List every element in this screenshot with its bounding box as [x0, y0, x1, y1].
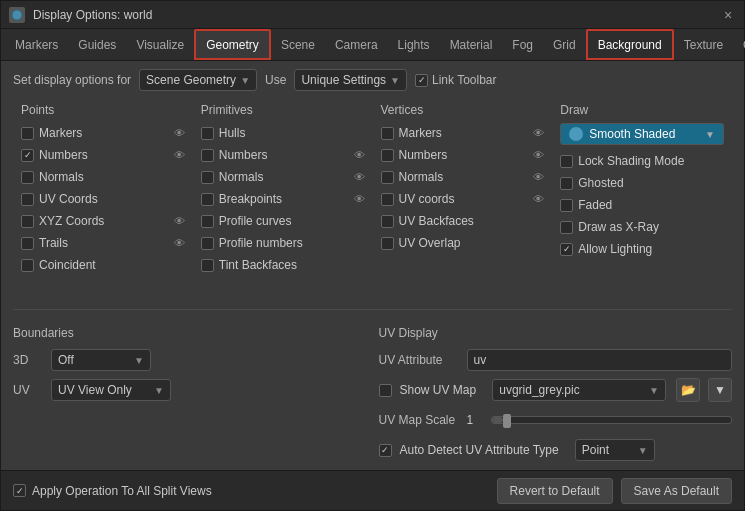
tab-material[interactable]: Material [440, 29, 503, 60]
points-trails-checkbox[interactable] [21, 237, 34, 250]
prim-breakpoints-checkbox[interactable] [201, 193, 214, 206]
uvmap-pick-button[interactable]: 📂 [676, 378, 700, 402]
auto-detect-checkbox[interactable] [379, 444, 392, 457]
app-icon [9, 7, 25, 23]
vertices-header: Vertices [381, 103, 545, 117]
vert-uvoverlap-checkbox[interactable] [381, 237, 394, 250]
show-uvmap-row: Show UV Map uvgrid_grey.pic ▼ 📂 ▼ [379, 378, 733, 402]
boundaries-uv-dropdown[interactable]: UV View Only ▼ [51, 379, 171, 401]
prim-normals-eye[interactable]: 👁 [354, 171, 365, 183]
auto-detect-row: Auto Detect UV Attribute Type Point ▼ [379, 438, 733, 462]
draw-xray-checkbox[interactable] [560, 221, 573, 234]
uvmap-filename: uvgrid_grey.pic [499, 383, 579, 397]
boundaries-3d-dropdown[interactable]: Off ▼ [51, 349, 151, 371]
tab-lights[interactable]: Lights [388, 29, 440, 60]
tab-scene[interactable]: Scene [271, 29, 325, 60]
save-default-button[interactable]: Save As Default [621, 478, 732, 504]
uvmap-options-button[interactable]: ▼ [708, 378, 732, 402]
content-area: Set display options for Scene Geometry ▼… [1, 61, 744, 470]
points-trails-eye[interactable]: 👁 [174, 237, 185, 249]
tab-optimize[interactable]: Optimize [733, 29, 745, 60]
draw-xray-label: Draw as X-Ray [578, 220, 659, 234]
vert-normals-eye[interactable]: 👁 [533, 171, 544, 183]
points-coincident-checkbox[interactable] [21, 259, 34, 272]
points-numbers-checkbox[interactable] [21, 149, 34, 162]
uvmap-scale-fill [492, 417, 504, 423]
tab-texture[interactable]: Texture [674, 29, 733, 60]
vert-uvcoords-checkbox[interactable] [381, 193, 394, 206]
points-header: Points [21, 103, 185, 117]
points-numbers-eye[interactable]: 👁 [174, 149, 185, 161]
tab-guides[interactable]: Guides [68, 29, 126, 60]
primitives-column: Primitives Hulls Numbers 👁 Normals 👁 [193, 99, 373, 297]
points-normals-checkbox[interactable] [21, 171, 34, 184]
uv-display-section: UV Display UV Attribute uv Show UV Map u… [379, 326, 733, 462]
options-grid: Points Markers 👁 Numbers 👁 Normals [13, 99, 732, 297]
draw-ghosted-checkbox[interactable] [560, 177, 573, 190]
draw-lockshading-checkbox[interactable] [560, 155, 573, 168]
prim-profilecurves-checkbox[interactable] [201, 215, 214, 228]
boundaries-header: Boundaries [13, 326, 367, 340]
points-uvcoords-checkbox[interactable] [21, 193, 34, 206]
vert-uvbackfaces-checkbox[interactable] [381, 215, 394, 228]
apply-operation-checkbox[interactable] [13, 484, 26, 497]
vert-numbers-checkbox[interactable] [381, 149, 394, 162]
prim-breakpoints-eye[interactable]: 👁 [354, 193, 365, 205]
scene-geometry-dropdown[interactable]: Scene Geometry ▼ [139, 69, 257, 91]
prim-normals-checkbox[interactable] [201, 171, 214, 184]
boundaries-3d-row: 3D Off ▼ [13, 348, 367, 372]
uvmap-filename-dropdown[interactable]: uvgrid_grey.pic ▼ [492, 379, 666, 401]
tab-geometry[interactable]: Geometry [194, 29, 271, 60]
draw-faded-checkbox[interactable] [560, 199, 573, 212]
draw-allowlighting-checkbox[interactable] [560, 243, 573, 256]
draw-ghosted-label: Ghosted [578, 176, 623, 190]
link-toolbar-checkbox[interactable] [415, 74, 428, 87]
vert-uvoverlap-label: UV Overlap [399, 236, 461, 250]
prim-tintbackfaces-checkbox[interactable] [201, 259, 214, 272]
vert-markers-eye[interactable]: 👁 [533, 127, 544, 139]
vert-normals-label: Normals [399, 170, 444, 184]
tab-background[interactable]: Background [586, 29, 674, 60]
prim-tintbackfaces-label: Tint Backfaces [219, 258, 297, 272]
boundaries-section: Boundaries 3D Off ▼ UV UV View Only ▼ [13, 326, 367, 462]
prim-numbers-checkbox[interactable] [201, 149, 214, 162]
vert-markers-checkbox[interactable] [381, 127, 394, 140]
points-xyzcoords-checkbox[interactable] [21, 215, 34, 228]
prim-hulls-checkbox[interactable] [201, 127, 214, 140]
draw-header: Draw [560, 103, 724, 117]
shading-dropdown[interactable]: Smooth Shaded ▼ [560, 123, 724, 145]
close-button[interactable]: × [720, 7, 736, 23]
tab-fog[interactable]: Fog [502, 29, 543, 60]
vert-normals-checkbox[interactable] [381, 171, 394, 184]
unique-settings-dropdown[interactable]: Unique Settings ▼ [294, 69, 407, 91]
show-uvmap-checkbox[interactable] [379, 384, 392, 397]
points-markers-eye[interactable]: 👁 [174, 127, 185, 139]
vert-uvcoords-eye[interactable]: 👁 [533, 193, 544, 205]
points-markers-checkbox[interactable] [21, 127, 34, 140]
prim-tintbackfaces-row: Tint Backfaces [201, 255, 365, 275]
uv-attribute-label: UV Attribute [379, 353, 459, 367]
tab-visualize[interactable]: Visualize [126, 29, 194, 60]
tab-grid[interactable]: Grid [543, 29, 586, 60]
uvmap-scale-thumb[interactable] [503, 414, 511, 428]
auto-detect-type-dropdown[interactable]: Point ▼ [575, 439, 655, 461]
prim-profilenumbers-row: Profile numbers [201, 233, 365, 253]
draw-column: Draw Smooth Shaded ▼ Lock Shading Mode G… [552, 99, 732, 297]
tab-camera[interactable]: Camera [325, 29, 388, 60]
prim-profilenumbers-checkbox[interactable] [201, 237, 214, 250]
boundaries-uv-value: UV View Only [58, 383, 132, 397]
points-xyzcoords-eye[interactable]: 👁 [174, 215, 185, 227]
uv-attribute-field[interactable]: uv [467, 349, 733, 371]
auto-detect-label: Auto Detect UV Attribute Type [400, 443, 559, 457]
revert-button[interactable]: Revert to Default [497, 478, 613, 504]
bottom-section: Boundaries 3D Off ▼ UV UV View Only ▼ [13, 322, 732, 462]
prim-numbers-row: Numbers 👁 [201, 145, 365, 165]
draw-lockshading-label: Lock Shading Mode [578, 154, 684, 168]
boundaries-uv-label: UV [13, 383, 43, 397]
section-divider [13, 309, 732, 310]
vert-normals-row: Normals 👁 [381, 167, 545, 187]
tab-markers[interactable]: Markers [5, 29, 68, 60]
prim-numbers-eye[interactable]: 👁 [354, 149, 365, 161]
uvmap-scale-track[interactable] [491, 416, 733, 424]
vert-numbers-eye[interactable]: 👁 [533, 149, 544, 161]
